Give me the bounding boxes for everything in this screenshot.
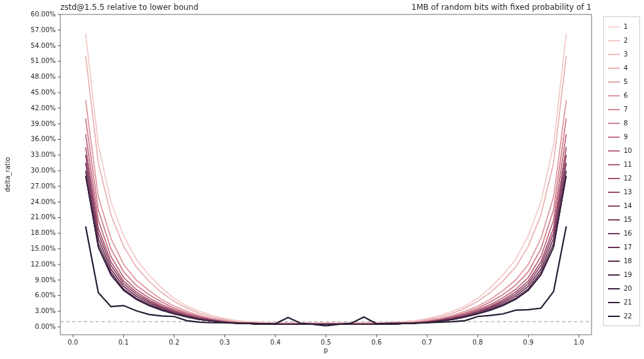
x-tick-label: 0.0 <box>68 339 78 346</box>
y-tick-label: 51.00% <box>31 57 56 64</box>
legend-swatch <box>608 178 620 179</box>
legend-item-19: 19 <box>608 268 635 282</box>
legend-swatch <box>608 205 620 207</box>
legend-item-22: 22 <box>608 309 635 323</box>
legend-label: 12 <box>624 175 632 182</box>
legend-item-20: 20 <box>608 282 635 295</box>
legend-swatch <box>608 164 620 165</box>
legend-item-5: 5 <box>608 75 635 89</box>
y-tick-label: 48.00% <box>31 73 56 80</box>
legend-label: 10 <box>624 147 632 154</box>
legend-item-10: 10 <box>608 144 635 158</box>
axes-spine <box>60 14 592 335</box>
y-axis-label: delta_ratio <box>4 14 13 335</box>
x-tick-label: 0.7 <box>422 339 432 346</box>
legend-item-14: 14 <box>608 199 635 213</box>
legend-label: 2 <box>624 37 628 44</box>
series-line-6 <box>86 100 567 324</box>
plot-svg: 0.00.10.20.30.40.50.60.70.80.91.0 0.00%3… <box>60 14 592 335</box>
legend-swatch <box>608 233 620 234</box>
legend-swatch <box>608 219 620 221</box>
legend-label: 7 <box>624 106 628 113</box>
legend-swatch <box>608 150 620 152</box>
legend-swatch <box>608 316 620 317</box>
legend-swatch <box>608 26 620 28</box>
title-right: 1MB of random bits with fixed probabilit… <box>411 3 592 12</box>
series-line-10 <box>86 135 567 324</box>
x-tick-label: 0.8 <box>472 339 483 346</box>
y-tick-label: 0.00% <box>35 323 56 330</box>
legend-swatch <box>608 288 620 289</box>
series-group <box>86 33 567 326</box>
y-ticks: 0.00%3.00%6.00%9.00%12.00%15.00%18.00%21… <box>31 11 60 330</box>
legend-label: 17 <box>624 243 632 251</box>
series-line-7 <box>86 119 567 324</box>
legend-label: 5 <box>624 78 628 85</box>
y-tick-label: 15.00% <box>31 245 56 252</box>
legend-label: 16 <box>624 230 632 237</box>
legend-swatch <box>608 247 620 248</box>
y-tick-label: 3.00% <box>35 307 56 314</box>
y-tick-label: 60.00% <box>31 11 56 18</box>
figure: zstd@1.5.5 relative to lower bound 1MB o… <box>0 0 644 359</box>
legend-item-2: 2 <box>608 33 635 47</box>
legend-label: 8 <box>624 119 628 127</box>
legend-item-21: 21 <box>608 295 635 309</box>
legend: 12345678910111213141516171819202122 <box>603 16 640 326</box>
legend-item-11: 11 <box>608 158 635 171</box>
series-line-18 <box>86 171 567 324</box>
x-ticks: 0.00.10.20.30.40.50.60.70.80.91.0 <box>68 335 584 346</box>
y-tick-label: 24.00% <box>31 198 56 205</box>
y-tick-label: 36.00% <box>31 135 56 142</box>
y-tick-label: 9.00% <box>35 276 56 284</box>
legend-swatch <box>608 123 620 124</box>
legend-item-17: 17 <box>608 240 635 254</box>
legend-swatch <box>608 54 620 55</box>
legend-swatch <box>608 192 620 193</box>
legend-swatch <box>608 261 620 262</box>
legend-item-1: 1 <box>608 20 635 33</box>
x-tick-label: 0.2 <box>169 339 180 346</box>
series-line-9 <box>86 135 567 324</box>
legend-label: 9 <box>624 133 628 140</box>
y-tick-label: 57.00% <box>31 26 56 33</box>
x-tick-label: 1.0 <box>574 339 584 346</box>
legend-swatch <box>608 302 620 303</box>
series-line-13 <box>86 155 567 324</box>
series-line-8 <box>86 119 567 324</box>
legend-label: 15 <box>624 216 632 223</box>
legend-label: 11 <box>624 161 632 168</box>
y-tick-label: 33.00% <box>31 151 56 158</box>
y-tick-label: 39.00% <box>31 120 56 127</box>
legend-item-12: 12 <box>608 171 635 185</box>
x-tick-label: 0.6 <box>371 339 382 346</box>
legend-swatch <box>608 109 620 110</box>
legend-label: 20 <box>624 285 632 292</box>
legend-item-15: 15 <box>608 213 635 226</box>
y-tick-label: 54.00% <box>31 42 56 49</box>
y-tick-label: 12.00% <box>31 261 56 268</box>
legend-label: 22 <box>624 312 632 320</box>
y-tick-label: 45.00% <box>31 89 56 96</box>
legend-label: 6 <box>624 92 628 99</box>
legend-swatch <box>608 95 620 96</box>
series-line-22 <box>86 226 567 326</box>
title-left: zstd@1.5.5 relative to lower bound <box>60 3 199 12</box>
legend-item-6: 6 <box>608 89 635 102</box>
series-line-14 <box>86 155 567 324</box>
legend-item-18: 18 <box>608 254 635 268</box>
legend-item-7: 7 <box>608 102 635 116</box>
legend-swatch <box>608 137 620 138</box>
legend-label: 21 <box>624 299 632 306</box>
legend-label: 13 <box>624 188 632 196</box>
x-tick-label: 0.1 <box>118 339 129 346</box>
legend-item-8: 8 <box>608 116 635 130</box>
x-tick-label: 0.9 <box>523 339 534 346</box>
axes-area: 0.00.10.20.30.40.50.60.70.80.91.0 0.00%3… <box>60 14 592 335</box>
series-line-17 <box>86 171 567 324</box>
legend-item-4: 4 <box>608 61 635 75</box>
y-tick-label: 6.00% <box>35 291 56 299</box>
legend-label: 1 <box>624 23 628 30</box>
legend-label: 4 <box>624 64 628 72</box>
legend-label: 14 <box>624 202 632 209</box>
